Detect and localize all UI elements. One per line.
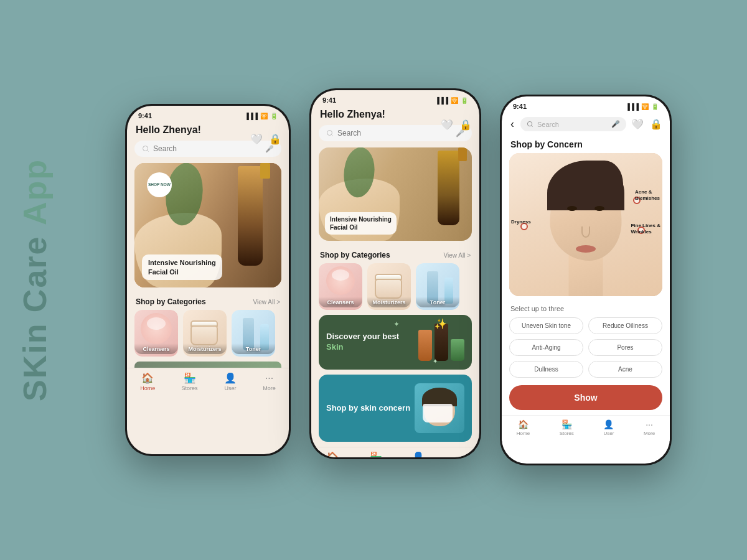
phone1-nav-more[interactable]: ··· More — [263, 373, 276, 391]
phone3-dryness-label: Dryness — [511, 219, 531, 225]
phone1-status-icons: ▐▐▐ 🛜 🔋 — [245, 113, 278, 119]
phone2-concern-banner[interactable]: Shop by skin concern — [319, 375, 472, 442]
phone1-time: 9:41 — [138, 112, 152, 119]
phone1-nav-stores[interactable]: 🏪 Stores — [182, 372, 198, 391]
signal-icon: ▐▐▐ — [245, 113, 258, 119]
phones-container: 9:41 ▐▐▐ 🛜 🔋 Hello Zhenya! 🎤 — [125, 95, 672, 465]
phone1-heart-icon[interactable]: 🤍 — [250, 133, 263, 145]
phone3-back-button[interactable]: ‹ — [509, 116, 515, 132]
phone1-nav-user-label: User — [224, 385, 236, 391]
phone1-category-toner[interactable]: Toner — [232, 310, 275, 357]
phone3-chip-oiliness[interactable]: Reduce Oiliness — [588, 317, 662, 334]
phone3-heart-icon[interactable]: 🤍 — [631, 118, 644, 130]
phone3-wifi-icon: 🛜 — [641, 103, 649, 110]
phone2-discover-banner[interactable]: Discover your best Skin ✦ ✦ ✨ — [319, 315, 472, 370]
phone3-face-photo: Acne &Blemishes Dryness Fine Lines &Wrin… — [509, 153, 662, 296]
phone3-time: 9:41 — [513, 103, 527, 110]
phone2-section-header: Shop by Categories View All > — [311, 247, 479, 263]
phone3-nav-user[interactable]: 👤 User — [603, 419, 614, 436]
phone3-nav-user-label: User — [603, 431, 614, 436]
phone2-heart-icon[interactable]: 🤍 — [441, 119, 453, 131]
phone3-header-icons: 🤍 🔒 — [631, 118, 662, 130]
phone1-status-bar: 9:41 ▐▐▐ 🛜 🔋 — [127, 106, 289, 122]
phone2-more-icon: ··· — [455, 452, 463, 458]
phone3-chip-uneven[interactable]: Uneven Skin tone — [509, 317, 583, 334]
phone3-user-icon: 👤 — [603, 419, 614, 429]
phone3-chip-pores[interactable]: Pores — [588, 339, 662, 356]
phone2-time: 9:41 — [322, 96, 336, 104]
sparkle-2-icon: ✦ — [433, 358, 438, 365]
phone3-nav-home[interactable]: 🏠 Home — [517, 419, 530, 436]
phone3-search-bar[interactable]: Search 🎤 — [520, 117, 626, 131]
phone1-category-moisturizers[interactable]: Moisturizers — [183, 310, 227, 357]
phone1-mic-icon[interactable]: 🎤 — [265, 145, 274, 153]
phone2-view-all[interactable]: View All > — [444, 252, 471, 259]
phone1-category-cleansers[interactable]: Cleansers — [134, 310, 178, 357]
phone1-toner-label: Toner — [232, 343, 275, 354]
phone1-shop-now[interactable]: SHOP NOW — [147, 172, 172, 197]
phone1-nav-more-label: More — [263, 385, 276, 391]
phone3-finelines-label: Fine Lines &Wrinkles — [631, 223, 660, 236]
phone3-more-icon: ··· — [646, 419, 653, 429]
cream-lid-decor — [190, 320, 218, 327]
phone1-cleansers-label: Cleansers — [134, 343, 178, 354]
phone2-nav-user[interactable]: 👤 User — [412, 451, 425, 457]
phone2-category-toner[interactable]: Toner — [416, 263, 459, 310]
phone1-header-actions: 🤍 🔒 — [250, 133, 281, 145]
phone2-section-title: Shop by Categories — [320, 251, 390, 259]
phone2-nav-more[interactable]: ··· More — [453, 452, 466, 458]
phone3-show-button[interactable]: Show — [509, 385, 662, 410]
phone2-search-input[interactable] — [337, 129, 452, 138]
phone1-search-input[interactable] — [153, 144, 261, 153]
phone2-search-icon — [326, 129, 334, 137]
phone3-nav-home-label: Home — [517, 431, 530, 436]
phone3-face-concern-area: Acne &Blemishes Dryness Fine Lines &Wrin… — [509, 153, 662, 296]
phone2-home-icon: 🏠 — [326, 451, 339, 457]
phone3-nav-more[interactable]: ··· More — [644, 419, 655, 436]
phone1-view-all[interactable]: View All > — [253, 299, 280, 306]
bottle-amber — [418, 330, 432, 361]
phone3-nav-stores[interactable]: 🏪 Stores — [560, 419, 574, 436]
phone3-page-title: Shop by Concern — [502, 134, 670, 153]
phone-3-screen: 9:41 ▐▐▐ 🛜 🔋 ‹ Search 🎤 — [502, 96, 670, 464]
phone1-hero-banner: SHOP NOW Intensive Nourishing Facial Oil — [134, 163, 281, 287]
phone3-mic-icon[interactable]: 🎤 — [611, 120, 620, 128]
phone1-nav-user[interactable]: 👤 User — [224, 372, 237, 391]
phone2-categories-row: Cleansers Moisturizers — [311, 263, 479, 315]
phone2-category-cleansers[interactable]: Cleansers — [319, 263, 362, 310]
app-title: SKin Care App — [19, 159, 51, 401]
phone2-nav-home[interactable]: 🏠 Home — [325, 451, 340, 457]
stores-icon: 🏪 — [184, 372, 196, 384]
phone1-hero-text: Intensive Nourishing Facial Oil — [142, 254, 222, 280]
phone2-lock-icon[interactable]: 🔒 — [459, 119, 472, 131]
phone3-acne-label: Acne &Blemishes — [635, 189, 660, 202]
concern-face-icon — [415, 383, 464, 433]
phone1-nav-home[interactable]: 🏠 Home — [140, 372, 155, 391]
phone1-categories-row: Cleansers Moisturizers — [127, 310, 289, 362]
concern-banner-title: Shop by skin concern — [326, 403, 410, 414]
phone2-nav-stores[interactable]: 🏪 Stores — [368, 451, 384, 457]
phone1-lock-icon[interactable]: 🔒 — [269, 133, 281, 145]
phone1-bottom-nav: 🏠 Home 🏪 Stores 👤 User ··· More — [127, 368, 289, 396]
phone3-search-placeholder: Search — [537, 121, 559, 128]
phone2-hero-banner: Intensive Nourishing Facial Oil — [319, 147, 472, 241]
phone1-section-header: Shop by Categories View All > — [127, 294, 289, 310]
phone3-chip-dullness[interactable]: Dullness — [509, 361, 583, 378]
phone3-signal-icon: ▐▐▐ — [626, 103, 639, 110]
phone3-lock-icon[interactable]: 🔒 — [650, 118, 662, 130]
phone2-cleansers-label: Cleansers — [319, 297, 362, 307]
phone1-search-icon — [142, 145, 149, 152]
phone2-category-moisturizers[interactable]: Moisturizers — [367, 263, 411, 310]
phone3-header: ‹ Search 🎤 🤍 🔒 — [502, 113, 670, 134]
phone1-nav-stores-label: Stores — [182, 385, 198, 391]
battery-icon: 🔋 — [270, 113, 278, 119]
phone-1: 9:41 ▐▐▐ 🛜 🔋 Hello Zhenya! 🎤 — [125, 104, 291, 456]
phone1-moisturizers-label: Moisturizers — [183, 343, 227, 354]
cream-jar-decor — [190, 325, 218, 345]
phone2-wifi-icon: 🛜 — [451, 97, 458, 104]
phone-2-screen: 9:41 ▐▐▐ 🛜 🔋 Hello Zhenya! 🎤 — [311, 90, 479, 457]
discover-title: Discover your best — [326, 332, 399, 341]
phone-1-screen: 9:41 ▐▐▐ 🛜 🔋 Hello Zhenya! 🎤 — [127, 106, 289, 454]
phone3-chip-antiaging[interactable]: Anti-Aging — [509, 339, 583, 356]
phone3-chip-acne[interactable]: Acne — [588, 361, 662, 378]
